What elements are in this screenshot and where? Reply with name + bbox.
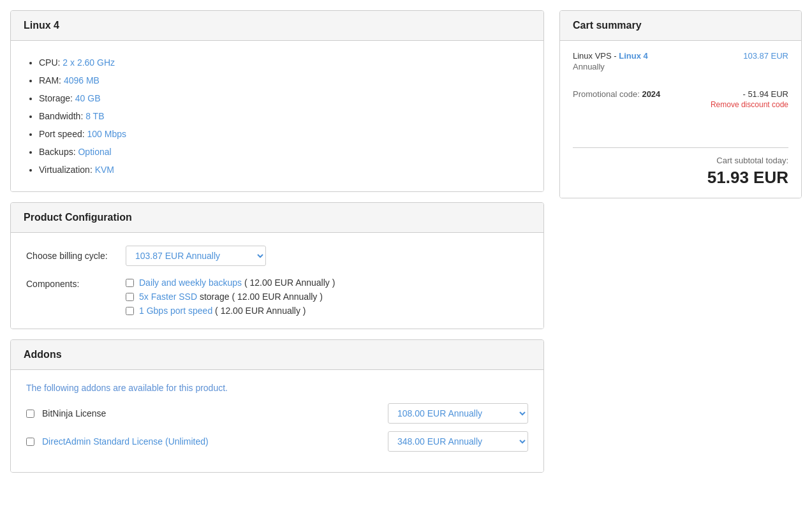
cart-subtotal-value: 51.93 EUR	[573, 168, 788, 188]
cart-item-price: 103.87 EUR	[743, 51, 788, 61]
cart-item: Linux VPS - Linux 4 103.87 EUR Annually	[573, 51, 788, 71]
spec-backups-value: Optional	[78, 147, 111, 157]
specs-list: CPU: 2 x 2.60 GHz RAM: 4096 MB Storage: …	[26, 54, 528, 179]
spec-bandwidth: Bandwidth: 8 TB	[39, 107, 528, 125]
component-gbps: 1 Gbps port speed ( 12.00 EUR Annually )	[126, 306, 335, 316]
cart-item-name-prefix: Linux VPS -	[573, 51, 619, 61]
spec-cpu: CPU: 2 x 2.60 GHz	[39, 54, 528, 71]
spec-cpu-label: CPU:	[39, 57, 60, 68]
spec-port: Port speed: 100 Mbps	[39, 125, 528, 143]
components-label: Components:	[26, 278, 115, 289]
cart-divider	[573, 147, 788, 148]
addon-bitninja-label: BitNinja License	[42, 408, 380, 418]
promo-discount: - 51.94 EUR	[711, 89, 788, 99]
cart-subtotal: Cart subtotal today: 51.93 EUR	[573, 156, 788, 188]
spec-storage-label: Storage:	[39, 93, 73, 103]
spec-storage-value: 40 GB	[75, 93, 101, 103]
cart-body: Linux VPS - Linux 4 103.87 EUR Annually …	[560, 41, 801, 198]
spec-port-value: 100 Mbps	[87, 129, 126, 139]
cart-card: Cart summary Linux VPS - Linux 4 103.87 …	[559, 10, 802, 198]
component-backups-highlight: Daily and weekly backups	[139, 278, 242, 288]
spec-ram-label: RAM:	[39, 75, 61, 85]
config-title: Product Configuration	[24, 212, 531, 223]
component-gbps-text: 1 Gbps port speed ( 12.00 EUR Annually )	[139, 306, 306, 316]
cart-item-top: Linux VPS - Linux 4 103.87 EUR	[573, 51, 788, 61]
addon-bitninja-select[interactable]: 108.00 EUR Annually	[388, 403, 528, 424]
spec-bandwidth-label: Bandwidth:	[39, 111, 83, 121]
spec-ram-value: 4096 MB	[64, 75, 100, 85]
addons-card: Addons The following addons are availabl…	[10, 339, 544, 473]
addon-bitninja-checkbox[interactable]	[26, 410, 34, 418]
component-ssd: 5x Faster SSD storage ( 12.00 EUR Annual…	[126, 292, 335, 302]
billing-label: Choose billing cycle:	[26, 251, 115, 261]
addons-note: The following addons are available for t…	[26, 383, 528, 393]
promo-remove-link[interactable]: Remove discount code	[711, 100, 788, 109]
promo-label-text: Promotional code:	[573, 89, 642, 99]
component-backups-text: Daily and weekly backups ( 12.00 EUR Ann…	[139, 278, 335, 288]
spec-ram: RAM: 4096 MB	[39, 71, 528, 89]
billing-select[interactable]: 103.87 EUR Annually 9.99 EUR Monthly	[126, 246, 266, 266]
sidebar: Cart summary Linux VPS - Linux 4 103.87 …	[559, 10, 802, 198]
addon-directadmin: DirectAdmin Standard License (Unlimited)…	[26, 431, 528, 452]
spec-port-label: Port speed:	[39, 129, 85, 139]
spec-storage: Storage: 40 GB	[39, 89, 528, 107]
components-row: Components: Daily and weekly backups ( 1…	[26, 278, 528, 316]
component-backups-suffix: ( 12.00 EUR Annually )	[242, 278, 335, 288]
addon-directadmin-select[interactable]: 348.00 EUR Annually	[388, 431, 528, 452]
cart-item-name-bold: Linux 4	[619, 51, 648, 61]
promo-code: 2024	[642, 89, 660, 99]
spec-backups: Backups: Optional	[39, 143, 528, 161]
component-ssd-checkbox[interactable]	[126, 293, 134, 301]
component-gbps-suffix: ( 12.00 EUR Annually )	[212, 306, 306, 316]
addons-card-header: Addons	[11, 340, 543, 370]
cart-subtotal-label: Cart subtotal today:	[573, 156, 788, 165]
product-card-header: Linux 4	[11, 11, 543, 41]
cart-item-name: Linux VPS - Linux 4	[573, 51, 648, 61]
product-card-body: CPU: 2 x 2.60 GHz RAM: 4096 MB Storage: …	[11, 41, 543, 191]
addons-title: Addons	[24, 349, 531, 360]
product-title: Linux 4	[24, 20, 531, 31]
cart-promo: Promotional code: 2024 - 51.94 EUR Remov…	[573, 82, 788, 109]
spec-virt-value: KVM	[95, 165, 114, 175]
component-ssd-highlight: 5x Faster SSD	[139, 292, 197, 302]
spec-bandwidth-value: 8 TB	[85, 111, 104, 121]
promo-right: - 51.94 EUR Remove discount code	[711, 89, 788, 109]
component-gbps-highlight: 1 Gbps port speed	[139, 306, 212, 316]
cart-item-billing: Annually	[573, 62, 788, 71]
product-card: Linux 4 CPU: 2 x 2.60 GHz RAM: 4096 MB S…	[10, 10, 544, 192]
config-card: Product Configuration Choose billing cyc…	[10, 202, 544, 329]
spec-virt-label: Virtualization:	[39, 165, 92, 175]
config-card-header: Product Configuration	[11, 203, 543, 233]
promo-label: Promotional code: 2024	[573, 89, 660, 99]
spec-cpu-value: 2 x 2.60 GHz	[63, 57, 115, 68]
component-backups-checkbox[interactable]	[126, 279, 134, 287]
spec-virt: Virtualization: KVM	[39, 161, 528, 179]
cart-promo-row: Promotional code: 2024 - 51.94 EUR Remov…	[573, 89, 788, 109]
component-ssd-text: 5x Faster SSD storage ( 12.00 EUR Annual…	[139, 292, 323, 302]
billing-row: Choose billing cycle: 103.87 EUR Annuall…	[26, 246, 528, 266]
cart-title: Cart summary	[573, 20, 788, 31]
main-column: Linux 4 CPU: 2 x 2.60 GHz RAM: 4096 MB S…	[10, 10, 544, 473]
component-gbps-checkbox[interactable]	[126, 307, 134, 315]
addons-card-body: The following addons are available for t…	[11, 370, 543, 472]
addon-directadmin-checkbox[interactable]	[26, 438, 34, 446]
spec-backups-label: Backups:	[39, 147, 76, 157]
addon-directadmin-label: DirectAdmin Standard License (Unlimited)	[42, 436, 380, 447]
addon-bitninja: BitNinja License 108.00 EUR Annually	[26, 403, 528, 424]
config-card-body: Choose billing cycle: 103.87 EUR Annuall…	[11, 233, 543, 329]
cart-header: Cart summary	[560, 11, 801, 41]
component-backups: Daily and weekly backups ( 12.00 EUR Ann…	[126, 278, 335, 288]
component-ssd-suffix: storage ( 12.00 EUR Annually )	[197, 292, 323, 302]
components-list: Daily and weekly backups ( 12.00 EUR Ann…	[126, 278, 335, 316]
